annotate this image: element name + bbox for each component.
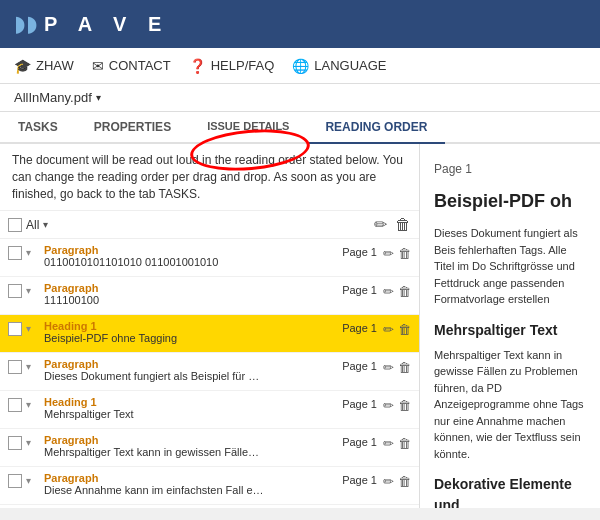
- right-section-heading-1: Dekorative Elemente und: [434, 474, 586, 508]
- item-text-5: Mehrspaltiger Text kann in gewissen Fäll…: [44, 446, 264, 458]
- file-bar: AllInMany.pdf ▾: [0, 84, 600, 112]
- right-panel: Page 1 Beispiel-PDF oh Dieses Dokument f…: [420, 144, 600, 508]
- item-page-2: Page 1: [342, 322, 377, 334]
- all-label: All: [26, 218, 39, 232]
- edit-icon[interactable]: ✏: [374, 215, 387, 234]
- item-expand-6[interactable]: ▾: [26, 475, 40, 486]
- nav-contact[interactable]: ✉ CONTACT: [92, 58, 171, 74]
- left-panel: The document will be read out loud in th…: [0, 144, 420, 508]
- list-item: ▾ Paragraph 0110010101101010 01100100101…: [0, 239, 419, 277]
- logo-icon: ◗◗: [14, 11, 38, 37]
- item-text-6: Diese Annahme kann im einfachsten Fall e…: [44, 484, 264, 496]
- tab-issue-details[interactable]: ISSUE DETAILS: [189, 112, 307, 144]
- item-edit-icon-4[interactable]: ✏: [383, 398, 394, 413]
- item-delete-icon-0[interactable]: 🗑: [398, 246, 411, 261]
- item-page-6: Page 1: [342, 474, 377, 486]
- item-content-1: Paragraph 111100100: [44, 282, 342, 306]
- item-actions-4: ✏ 🗑: [383, 398, 411, 413]
- zhaw-icon: 🎓: [14, 58, 31, 74]
- item-checkbox-1[interactable]: [8, 284, 22, 298]
- delete-icon[interactable]: 🗑: [395, 216, 411, 234]
- item-checkbox-4[interactable]: [8, 398, 22, 412]
- item-checkbox-3[interactable]: [8, 360, 22, 374]
- item-delete-icon-5[interactable]: 🗑: [398, 436, 411, 451]
- item-edit-icon-3[interactable]: ✏: [383, 360, 394, 375]
- nav-bar: 🎓 ZHAW ✉ CONTACT ❓ HELP/FAQ 🌐 LANGUAGE: [0, 48, 600, 84]
- item-edit-icon-5[interactable]: ✏: [383, 436, 394, 451]
- item-content-4: Heading 1 Mehrspaltiger Text: [44, 396, 342, 420]
- item-checkbox-5[interactable]: [8, 436, 22, 450]
- list-item: ▾ Paragraph Dieses Dokument fungiert als…: [0, 353, 419, 391]
- item-actions-5: ✏ 🗑: [383, 436, 411, 451]
- item-expand-2[interactable]: ▾: [26, 323, 40, 334]
- item-checkbox-6[interactable]: [8, 474, 22, 488]
- item-expand-0[interactable]: ▾: [26, 247, 40, 258]
- all-dropdown-arrow[interactable]: ▾: [43, 219, 48, 230]
- tab-reading-order[interactable]: READING ORDER: [307, 112, 445, 144]
- item-checkbox-2[interactable]: [8, 322, 22, 336]
- tab-properties[interactable]: PROPERTIES: [76, 112, 189, 144]
- app-header: ◗◗ P A V E: [0, 0, 600, 48]
- tab-tasks[interactable]: TASKS: [0, 112, 76, 144]
- toolbar: All ▾ ✏ 🗑: [0, 211, 419, 239]
- item-page-1: Page 1: [342, 284, 377, 296]
- item-checkbox-0[interactable]: [8, 246, 22, 260]
- main-content: The document will be read out loud in th…: [0, 144, 600, 508]
- select-all-control[interactable]: All ▾: [8, 218, 48, 232]
- item-expand-4[interactable]: ▾: [26, 399, 40, 410]
- item-delete-icon-2[interactable]: 🗑: [398, 322, 411, 337]
- item-content-3: Paragraph Dieses Dokument fungiert als B…: [44, 358, 342, 382]
- item-delete-icon-1[interactable]: 🗑: [398, 284, 411, 299]
- item-page-0: Page 1: [342, 246, 377, 258]
- item-actions-3: ✏ 🗑: [383, 360, 411, 375]
- list-item: ▾ Heading 1 Mehrspaltiger Text Page 1 ✏ …: [0, 391, 419, 429]
- item-edit-icon-1[interactable]: ✏: [383, 284, 394, 299]
- nav-language[interactable]: 🌐 LANGUAGE: [292, 58, 386, 74]
- item-page-5: Page 1: [342, 436, 377, 448]
- help-icon: ❓: [189, 58, 206, 74]
- item-list: ▾ Paragraph 0110010101101010 01100100101…: [0, 239, 419, 508]
- select-all-checkbox[interactable]: [8, 218, 22, 232]
- tabs-bar: TASKS PROPERTIES ISSUE DETAILS READING O…: [0, 112, 600, 144]
- item-page-4: Page 1: [342, 398, 377, 410]
- page-label: Page 1: [434, 160, 586, 178]
- logo-text: P A V E: [44, 13, 169, 36]
- item-type-4: Heading 1: [44, 396, 342, 408]
- nav-zhaw[interactable]: 🎓 ZHAW: [14, 58, 74, 74]
- item-text-1: 111100100: [44, 294, 264, 306]
- item-text-2: Beispiel-PDF ohne Tagging: [44, 332, 264, 344]
- item-edit-icon-0[interactable]: ✏: [383, 246, 394, 261]
- right-section-heading-0: Mehrspaltiger Text: [434, 320, 586, 341]
- item-actions-2: ✏ 🗑: [383, 322, 411, 337]
- item-delete-icon-4[interactable]: 🗑: [398, 398, 411, 413]
- item-expand-3[interactable]: ▾: [26, 361, 40, 372]
- zhaw-label: ZHAW: [36, 58, 74, 73]
- right-panel-title: Beispiel-PDF oh: [434, 188, 586, 215]
- item-edit-icon-6[interactable]: ✏: [383, 474, 394, 489]
- file-dropdown-arrow[interactable]: ▾: [96, 92, 101, 103]
- right-panel-intro: Dieses Dokument fungiert als Beis fehler…: [434, 225, 586, 308]
- item-actions-0: ✏ 🗑: [383, 246, 411, 261]
- item-expand-1[interactable]: ▾: [26, 285, 40, 296]
- list-item: ▾ Heading 1 Page 1 ✏ 🗑: [0, 505, 419, 508]
- item-page-3: Page 1: [342, 360, 377, 372]
- list-item: ▾ Paragraph 111100100 Page 1 ✏ 🗑: [0, 277, 419, 315]
- item-delete-icon-6[interactable]: 🗑: [398, 474, 411, 489]
- list-item: ▾ Heading 1 Beispiel-PDF ohne Tagging Pa…: [0, 315, 419, 353]
- help-label: HELP/FAQ: [211, 58, 275, 73]
- item-type-5: Paragraph: [44, 434, 342, 446]
- item-edit-icon-2[interactable]: ✏: [383, 322, 394, 337]
- info-text: The document will be read out loud in th…: [0, 144, 419, 211]
- language-icon: 🌐: [292, 58, 309, 74]
- item-expand-5[interactable]: ▾: [26, 437, 40, 448]
- nav-helpfaq[interactable]: ❓ HELP/FAQ: [189, 58, 275, 74]
- item-content-5: Paragraph Mehrspaltiger Text kann in gew…: [44, 434, 342, 458]
- item-delete-icon-3[interactable]: 🗑: [398, 360, 411, 375]
- right-section-text-0: Mehrspaltiger Text kann in gewisse Fälle…: [434, 347, 586, 463]
- item-text-3: Dieses Dokument fungiert als Beispiel fü…: [44, 370, 264, 382]
- item-actions-1: ✏ 🗑: [383, 284, 411, 299]
- item-text-0: 0110010101101010 011001001010: [44, 256, 264, 268]
- contact-label: CONTACT: [109, 58, 171, 73]
- item-content-0: Paragraph 0110010101101010 011001001010: [44, 244, 342, 268]
- item-actions-6: ✏ 🗑: [383, 474, 411, 489]
